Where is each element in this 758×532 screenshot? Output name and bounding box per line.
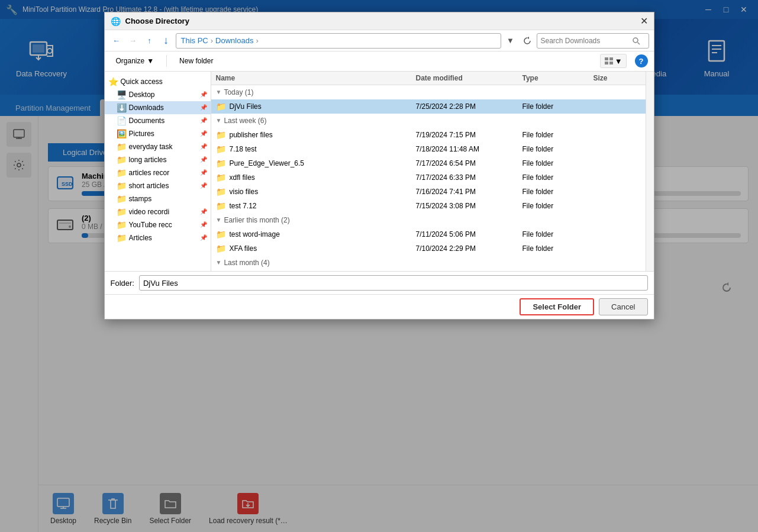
- cancel-button[interactable]: Cancel: [599, 298, 647, 315]
- long-articles-icon: 📁: [117, 155, 127, 165]
- articles-icon: 📁: [117, 233, 127, 243]
- file-type: File folder: [522, 102, 594, 111]
- file-type: File folder: [522, 173, 594, 182]
- file-row[interactable]: 📁 publisher files 7/19/2024 7:15 PM File…: [211, 128, 646, 142]
- svg-line-42: [637, 42, 640, 44]
- nav-forward-button[interactable]: →: [126, 34, 140, 48]
- file-row[interactable]: 📁 DjVu Files 7/25/2024 2:28 PM File fold…: [211, 99, 646, 114]
- file-row[interactable]: 📁 test word-image 7/11/2024 5:06 PM File…: [211, 227, 646, 241]
- tree-short-articles[interactable]: 📁 short articles 📌: [105, 179, 211, 192]
- path-part-thispc[interactable]: This PC: [181, 36, 208, 45]
- group-toggle-icon: ▼: [216, 259, 222, 266]
- col-date: Date modified: [416, 74, 522, 82]
- file-date: 7/17/2024 6:54 PM: [416, 159, 522, 167]
- video-recordi-icon: 📁: [117, 207, 127, 217]
- short-articles-pin: 📌: [200, 182, 207, 189]
- nav-back-button[interactable]: ←: [109, 34, 124, 48]
- tree-pictures[interactable]: 🖼️ Pictures 📌: [105, 127, 211, 140]
- youtube-recc-pin: 📌: [200, 221, 207, 228]
- file-type: File folder: [522, 145, 594, 153]
- file-row[interactable]: 📁 xdfl files 7/17/2024 6:33 PM File fold…: [211, 170, 646, 185]
- long-articles-pin: 📌: [200, 156, 207, 163]
- file-type: File folder: [522, 159, 594, 167]
- addr-refresh-button[interactable]: [520, 34, 534, 48]
- col-name: Name: [216, 74, 416, 82]
- dialog-overlay: 🌐 Choose Directory ✕ ← → ↑ ↓ This PC › D…: [0, 0, 758, 532]
- tree-articles-recor[interactable]: 📁 articles recor 📌: [105, 166, 211, 179]
- addr-dropdown-button[interactable]: ▼: [504, 34, 518, 48]
- search-box[interactable]: [537, 33, 649, 49]
- tree-stamps[interactable]: 📁 stamps: [105, 192, 211, 205]
- folder-label: Folder:: [111, 279, 134, 288]
- tree-desktop[interactable]: 🖥️ Desktop 📌: [105, 88, 211, 101]
- file-name-cell: 📁 Pure_Edge_Viewer_6.5: [216, 159, 416, 168]
- everyday-task-label: everyday task: [129, 143, 198, 151]
- address-path[interactable]: This PC › Downloads ›: [176, 33, 501, 49]
- group-toggle-icon: ▼: [216, 89, 222, 95]
- path-sep-1: ›: [211, 36, 213, 45]
- file-row[interactable]: 📁 visio files 7/16/2024 7:41 PM File fol…: [211, 185, 646, 199]
- file-name-cell: 📁 XFA files: [216, 244, 416, 253]
- folder-icon: 📁: [216, 201, 226, 211]
- articles-label: Articles: [129, 234, 198, 242]
- quick-access-label: Quick access: [121, 78, 207, 86]
- file-name-cell: 📁 DjVu Files: [216, 102, 416, 111]
- organize-label: Organize: [116, 57, 145, 65]
- folder-icon: 📁: [216, 187, 226, 196]
- youtube-recc-icon: 📁: [117, 220, 127, 230]
- file-name: 7.18 test: [230, 145, 257, 153]
- tree-long-articles[interactable]: 📁 long articles 📌: [105, 153, 211, 166]
- file-group-last-week[interactable]: ▼Last week (6): [211, 114, 646, 128]
- file-group-today[interactable]: ▼Today (1): [211, 85, 646, 99]
- path-part-downloads[interactable]: Downloads: [215, 36, 253, 45]
- folder-icon: 📁: [216, 102, 226, 111]
- articles-recor-icon: 📁: [117, 168, 127, 178]
- desktop-tree-icon: 🖥️: [117, 90, 127, 99]
- folder-row: Folder:: [105, 271, 654, 294]
- select-folder-button[interactable]: Select Folder: [520, 298, 594, 315]
- search-input[interactable]: [541, 37, 630, 45]
- folder-input[interactable]: [139, 275, 648, 291]
- video-recordi-pin: 📌: [200, 208, 207, 215]
- file-date: 7/19/2024 7:15 PM: [416, 131, 522, 139]
- file-group-earlier-this-month[interactable]: ▼Earlier this month (2): [211, 213, 646, 227]
- new-folder-button[interactable]: New folder: [174, 54, 218, 67]
- tree-documents[interactable]: 📄 Documents 📌: [105, 114, 211, 127]
- file-date: 7/18/2024 11:48 AM: [416, 145, 522, 153]
- file-area: ⭐ Quick access 🖥️ Desktop 📌 ⬇️ Downloads…: [105, 72, 654, 271]
- svg-rect-46: [609, 62, 613, 65]
- tree-youtube-recc[interactable]: 📁 YouTube recc 📌: [105, 218, 211, 231]
- tree-quick-access[interactable]: ⭐ Quick access: [105, 75, 211, 88]
- nav-up-button[interactable]: ↑: [143, 34, 157, 48]
- file-row[interactable]: 📁 test 7.12 7/15/2024 3:08 PM File folde…: [211, 199, 646, 213]
- dialog-title-icon: 🌐: [111, 17, 121, 26]
- file-row[interactable]: 📁 XFA files 7/10/2024 2:29 PM File folde…: [211, 241, 646, 256]
- file-name: test 7.12: [230, 202, 257, 210]
- file-date: 7/15/2024 3:08 PM: [416, 202, 522, 210]
- organize-button[interactable]: Organize ▼: [111, 54, 160, 67]
- file-row[interactable]: 📁 7.18 test 7/18/2024 11:48 AM File fold…: [211, 142, 646, 156]
- file-row[interactable]: 📁 Pure_Edge_Viewer_6.5 7/17/2024 6:54 PM…: [211, 156, 646, 170]
- group-label-last-week: Last week (6): [224, 117, 266, 125]
- folder-icon: 📁: [216, 130, 226, 140]
- file-type: File folder: [522, 202, 594, 210]
- tree-articles[interactable]: 📁 Articles 📌: [105, 231, 211, 244]
- documents-tree-label: Documents: [129, 117, 198, 125]
- dialog-close-button[interactable]: ✕: [640, 15, 648, 27]
- view-toggle-button[interactable]: ▼: [600, 54, 627, 68]
- path-sep-2: ›: [256, 36, 258, 45]
- file-name: Pure_Edge_Viewer_6.5: [230, 159, 305, 167]
- file-group-last-month[interactable]: ▼Last month (4): [211, 256, 646, 270]
- group-label-today: Today (1): [224, 88, 253, 96]
- dialog-scrollbar[interactable]: [646, 72, 654, 271]
- help-button[interactable]: ?: [635, 54, 648, 67]
- tree-video-recordi[interactable]: 📁 video recordi 📌: [105, 205, 211, 218]
- tree-everyday-task[interactable]: 📁 everyday task 📌: [105, 140, 211, 153]
- nav-down-arrow-button[interactable]: ↓: [159, 34, 173, 48]
- tree-downloads[interactable]: ⬇️ Downloads 📌: [105, 101, 211, 114]
- file-list-body: ▼Today (1) 📁 DjVu Files 7/25/2024 2:28 P…: [211, 85, 646, 271]
- file-date: 7/11/2024 5:06 PM: [416, 230, 522, 238]
- pictures-tree-icon: 🖼️: [117, 129, 127, 138]
- dialog-buttons: Select Folder Cancel: [105, 294, 654, 319]
- folder-icon: 📁: [216, 173, 226, 182]
